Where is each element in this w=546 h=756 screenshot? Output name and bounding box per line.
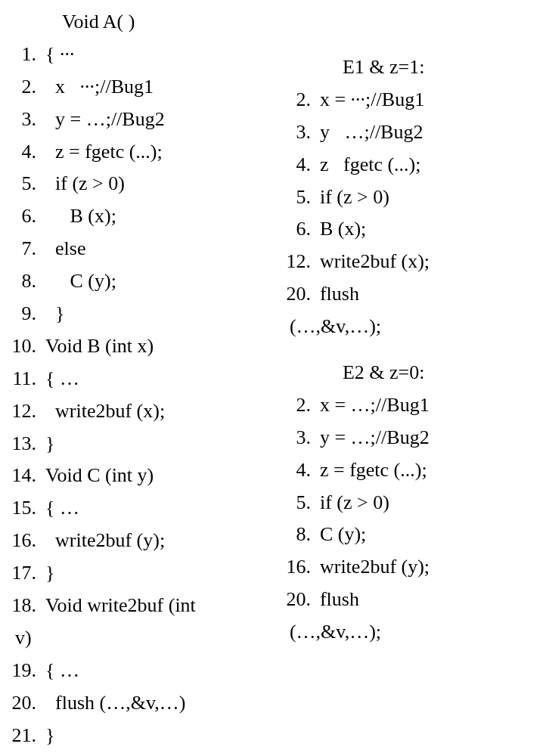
code-line: 20.flush [284,584,537,616]
code-line: 3.y …;//Bug2 [284,116,537,149]
code-line: 15.{ … [9,492,276,525]
code-line: 14.Void C (int y) [9,460,276,492]
line-number: 21. [9,720,45,752]
code-line: 4.z = fgetc (...); [284,454,537,487]
continuation-line: (…,&v,…); [284,311,537,343]
line-number: 1. [9,39,45,71]
code-text: x = …;//Bug1 [320,389,537,422]
code-text: flush [320,584,537,616]
code-line: 1.{ ··· [9,39,276,71]
block1-header: E1 & z=1: [284,51,537,84]
code-text: y = …;//Bug2 [45,104,276,136]
code-line: 4.z fgetc (...); [284,149,537,181]
code-text: if (z > 0) [45,168,276,200]
code-line: 2.x = …;//Bug1 [284,389,537,422]
code-text: Void B (int x) [45,330,276,363]
code-line: 2.x = ···;//Bug1 [284,84,537,116]
line-number: 16. [9,525,45,557]
code-line: 20.flush [284,278,537,311]
code-text: C (y); [320,519,537,551]
code-text: B (x); [45,200,276,233]
code-line: 18.Void write2buf (int [9,590,276,622]
code-text: flush [320,278,537,311]
code-text: y …;//Bug2 [320,116,537,149]
line-number: 11. [9,363,45,395]
code-text: } [45,557,276,590]
code-text: write2buf (x); [320,246,537,278]
code-text: write2buf (x); [45,395,276,428]
left-code-column: Void A( ) 1.{ ··· 2. x ···;//Bug1 3. y =… [9,6,284,750]
code-line: 4. z = fgetc (...); [9,136,276,169]
line-number: 12. [9,395,45,428]
line-number: 2. [9,71,45,104]
line-number: 7. [9,233,45,265]
line-number: 5. [284,181,320,214]
code-text: { … [45,492,276,525]
code-line: 19.{ … [9,655,276,687]
code-line: 8. C (y); [9,265,276,298]
code-line: 16. write2buf (y); [9,525,276,557]
code-text: write2buf (y); [320,551,537,584]
code-text: y = …;//Bug2 [320,422,537,454]
code-text: } [45,428,276,460]
code-line: 6.B (x); [284,213,537,246]
code-text: z = fgetc (...); [320,454,537,487]
code-line: 12.write2buf (x); [284,246,537,278]
code-text: } [45,298,276,330]
code-line: 5.if (z > 0) [284,181,537,214]
code-line: 3.y = …;//Bug2 [284,422,537,454]
line-number: 20. [9,687,45,720]
code-line: 10.Void B (int x) [9,330,276,363]
line-number: 16. [284,551,320,584]
code-line: 7. else [9,233,276,265]
line-number: 6. [284,213,320,246]
code-text: if (z > 0) [320,487,537,519]
line-number: 20. [284,584,320,616]
left-header: Void A( ) [9,6,276,39]
code-text: flush (…,&v,…) [45,687,276,720]
line-number: 2. [284,389,320,422]
code-line: 21.} [9,720,276,752]
line-number: 8. [284,519,320,551]
code-text: } [45,720,276,752]
right-code-column: E1 & z=1: 2.x = ···;//Bug1 3.y …;//Bug2 … [284,6,537,750]
line-number: 17. [9,557,45,590]
code-text: if (z > 0) [320,181,537,214]
line-number: 4. [284,149,320,181]
line-number: 4. [284,454,320,487]
code-text: { ··· [45,39,276,71]
line-number: 3. [284,422,320,454]
code-line: 3. y = …;//Bug2 [9,104,276,136]
line-number: 6. [9,200,45,233]
code-line: 9. } [9,298,276,330]
code-text: C (y); [45,265,276,298]
line-number: 14. [9,460,45,492]
line-number: 4. [9,136,45,169]
line-number: 5. [284,487,320,519]
code-text: write2buf (y); [45,525,276,557]
line-number: 9. [9,298,45,330]
continuation-line: v) [9,622,276,655]
line-number: 2. [284,84,320,116]
code-line: 12. write2buf (x); [9,395,276,428]
code-text: z fgetc (...); [320,149,537,181]
code-line: 13.} [9,428,276,460]
line-number: 20. [284,278,320,311]
line-number: 8. [9,265,45,298]
line-number: 3. [9,104,45,136]
code-line: 11.{ … [9,363,276,395]
code-line: 16.write2buf (y); [284,551,537,584]
code-line: 5.if (z > 0) [284,487,537,519]
line-number: 15. [9,492,45,525]
line-number: 12. [284,246,320,278]
line-number: 3. [284,116,320,149]
code-text: x ···;//Bug1 [45,71,276,104]
code-text: Void C (int y) [45,460,276,492]
code-line: 8.C (y); [284,519,537,551]
code-text: B (x); [320,213,537,246]
line-number: 10. [9,330,45,363]
code-line: 6. B (x); [9,200,276,233]
continuation-line: (…,&v,…); [284,616,537,649]
code-text: { … [45,655,276,687]
line-number: 5. [9,168,45,200]
